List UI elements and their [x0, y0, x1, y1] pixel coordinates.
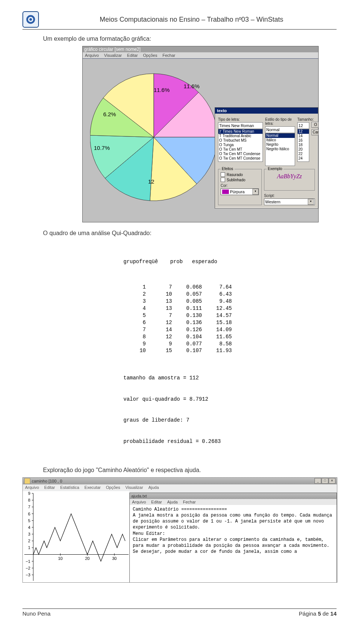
help-menubar: Arquivo Editar Ajuda Fechar [130, 499, 337, 505]
size-list-item[interactable]: 20 [298, 147, 309, 152]
help-title: ajuda.txt [130, 493, 337, 499]
svg-text:−3: −3 [25, 573, 30, 577]
qq-summary-line: valor qui-quadrado = 8.7912 [123, 396, 337, 403]
help-window: ajuda.txt Arquivo Editar Ajuda Fechar Ca… [129, 493, 337, 582]
svg-text:8: 8 [28, 498, 30, 502]
qq-row: 4130.11112.45 [123, 305, 337, 312]
ss1-menubar: Arquivo Visualizar Editar Opções Fechar [83, 52, 318, 58]
qq-row: 7140.12614.09 [123, 326, 337, 333]
paragraph-1: Um exemplo de uma formatação gráfica: [43, 36, 337, 42]
size-list-item[interactable]: 22 [298, 152, 309, 156]
svg-text:7: 7 [28, 505, 30, 509]
ss1-menu-item[interactable]: Editar [127, 53, 138, 58]
pie-label: 11.6% [154, 87, 170, 93]
help-menu-item[interactable]: Fechar [183, 500, 196, 504]
qq-summary-line: probabilidade residual = 0.2683 [123, 438, 337, 445]
font-dialog: texto Tipo de letra: 𝑇Times New Roman TT… [215, 107, 318, 209]
size-list[interactable]: 12 14 16 18 20 22 24 [297, 129, 309, 162]
font-size-input[interactable] [297, 122, 309, 129]
font-list-item[interactable]: OTrebuchet MS [218, 138, 263, 143]
qq-summary-line: graus de liberdade: 7 [123, 417, 337, 424]
style-list-item[interactable]: Negrito [266, 142, 295, 147]
font-list-item[interactable]: OTw Cen MT Condense [218, 156, 263, 161]
page-header: Meios Computacionais no Ensino – Trabalh… [22, 11, 337, 28]
size-list-item[interactable]: 12 [298, 129, 309, 134]
style-list-item[interactable]: Normal [266, 133, 295, 138]
qq-row: 170.0687.64 [123, 284, 337, 291]
qq-row: 8120.10411.65 [123, 333, 337, 341]
qq-row: 3130.0859.48 [123, 298, 337, 305]
style-list-item[interactable]: Itálico [266, 138, 295, 142]
help-menu-item[interactable]: Editar [151, 500, 162, 504]
chevron-down-icon[interactable]: ▾ [252, 189, 258, 195]
size-list-item[interactable]: 24 [298, 156, 309, 161]
ss3-menu-item[interactable]: Ajuda [148, 485, 159, 490]
svg-text:9: 9 [28, 491, 30, 496]
qq-row: 6120.13615.18 [123, 319, 337, 326]
qq-header: prob [170, 258, 183, 265]
help-body: Caminho Aleatório ================= A ja… [130, 505, 337, 583]
font-list-item[interactable]: OTw Cen MT Condense [218, 152, 263, 156]
ss3-menubar: Arquivo Editar Estatística Executar Opçõ… [23, 484, 337, 490]
svg-text:6: 6 [28, 511, 30, 516]
screenshot-random-walk: caminho [100 , 0 _ □ ✕ Arquivo Editar Es… [22, 477, 337, 583]
size-list-item[interactable]: 14 [298, 134, 309, 138]
label-color: Cor: [221, 184, 259, 188]
qq-row: 990.0778.58 [123, 341, 337, 348]
font-style-input[interactable] [265, 126, 295, 133]
color-swatch [222, 189, 229, 194]
random-walk-plot: 987654321−1−2−3102030 [23, 491, 129, 582]
qq-table: 170.0687.642100.0576.433130.0859.484130.… [123, 284, 337, 354]
qq-summary-line: tamanho da amostra = 112 [123, 375, 337, 382]
underline-checkbox[interactable]: Sublinhado [221, 178, 259, 182]
size-list-item[interactable]: 18 [298, 143, 309, 147]
svg-text:30: 30 [112, 556, 117, 560]
qq-row: 10150.10711.93 [123, 347, 337, 354]
svg-text:10: 10 [58, 556, 62, 560]
ss3-menu-item[interactable]: Opções [106, 485, 120, 490]
chevron-down-icon[interactable]: ▾ [308, 199, 314, 205]
ss3-menu-item[interactable]: Arquivo [25, 485, 39, 490]
svg-text:3: 3 [28, 532, 30, 536]
ss3-menu-item[interactable]: Visualizar [125, 485, 143, 490]
ss1-menu-item[interactable]: Fechar [162, 53, 175, 58]
window-controls: _ □ ✕ [314, 478, 335, 484]
font-list-item[interactable]: 𝑇Times New Roman [218, 129, 263, 134]
paragraph-3: Exploração do jogo "Caminho Aleatório" e… [43, 467, 337, 474]
style-list[interactable]: Normal Itálico Negrito Negrito Itálico [265, 133, 295, 166]
effects-group-label: Efeitos [221, 167, 234, 171]
color-dropdown[interactable]: Púrpura ▾ [221, 188, 259, 195]
ss1-menu-item[interactable]: Visualizar [104, 53, 122, 58]
size-list-item[interactable]: 16 [298, 138, 309, 143]
style-list-item[interactable]: Negrito Itálico [266, 147, 295, 151]
font-dialog-title: texto [215, 108, 318, 114]
pie-label: 10.7% [94, 145, 110, 151]
ss3-menu-item[interactable]: Executar [85, 485, 101, 490]
ss3-menu-item[interactable]: Editar [44, 485, 55, 490]
cancel-button[interactable]: Can [312, 129, 319, 135]
pie-chart: 11.6% 11.6% 6.2% 10.7% 12 [90, 62, 217, 205]
label-style: Estilo do tipo de letra: [265, 117, 295, 126]
script-dropdown[interactable]: Western ▾ [264, 198, 315, 205]
close-button[interactable]: ✕ [329, 478, 335, 484]
ok-button[interactable]: O [312, 122, 319, 128]
ss1-menu-item[interactable]: Arquivo [85, 53, 99, 58]
sample-preview: AaBbYyZz [267, 172, 312, 181]
font-list-item[interactable]: OTunga [218, 143, 263, 147]
help-menu-item[interactable]: Arquivo [132, 500, 146, 504]
ss1-menu-item[interactable]: Opções [143, 53, 157, 58]
minimize-button[interactable]: _ [314, 478, 321, 484]
svg-text:4: 4 [28, 525, 30, 530]
qq-row: 2100.0576.43 [123, 291, 337, 298]
ss3-menu-item[interactable]: Estatística [60, 485, 79, 490]
strike-checkbox[interactable]: Rasurado [221, 172, 259, 177]
help-menu-item[interactable]: Ajuda [167, 500, 178, 504]
font-name-input[interactable] [218, 122, 263, 129]
font-list-item[interactable]: TTraditional Arabic [218, 134, 263, 138]
font-list-item[interactable]: OTw Cen MT [218, 147, 263, 152]
pie-label: 12 [148, 178, 154, 185]
footer-page: Página 5 de 14 [299, 610, 337, 617]
maximize-button[interactable]: □ [322, 478, 328, 484]
font-list[interactable]: 𝑇Times New Roman TTraditional Arabic OTr… [218, 129, 263, 162]
window-icon [24, 478, 30, 484]
